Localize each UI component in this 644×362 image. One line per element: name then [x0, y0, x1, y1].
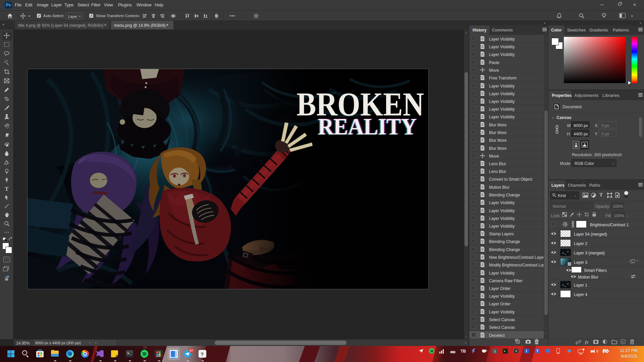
svg-text:T: T	[5, 186, 9, 192]
svg-text:REALITY: REALITY	[318, 114, 417, 139]
